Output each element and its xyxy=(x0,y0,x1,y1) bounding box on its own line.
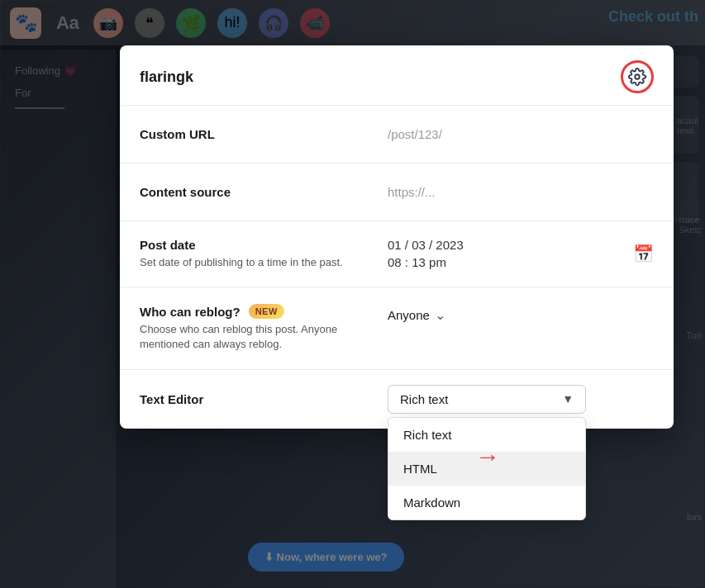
content-source-label: Content source xyxy=(140,185,388,199)
chevron-down-icon: ▼ xyxy=(562,392,574,405)
post-date-row: Post date Set date of publishing to a ti… xyxy=(120,221,674,287)
custom-url-value-section[interactable]: /post/123/ xyxy=(388,127,654,141)
post-date-label-section: Post date Set date of publishing to a ti… xyxy=(140,238,388,270)
post-date-label: Post date xyxy=(140,238,388,252)
content-source-value: https://... xyxy=(388,185,436,199)
post-date-value: 01 / 03 / 2023 xyxy=(388,238,464,252)
post-date-sublabel: Set date of publishing to a time in the … xyxy=(140,255,388,270)
gear-icon xyxy=(628,68,646,86)
modal-title: flaringk xyxy=(140,69,193,86)
reblog-label: Who can reblog? xyxy=(140,305,241,319)
who-can-reblog-row: Who can reblog? NEW Choose who can reblo… xyxy=(120,287,674,369)
dropdown-markdown[interactable]: Markdown xyxy=(388,486,585,519)
settings-modal: flaringk Custom URL /post/123/ Content s… xyxy=(120,45,674,429)
reblog-value: Anyone xyxy=(388,308,430,322)
post-time-value: 08 : 13 pm xyxy=(388,255,446,269)
date-row: 01 / 03 / 2023 xyxy=(388,238,464,252)
content-source-label-section: Content source xyxy=(140,185,388,199)
reblog-label-row: Who can reblog? NEW xyxy=(140,304,388,319)
editor-select-button[interactable]: Rich text ▼ xyxy=(388,385,586,414)
chevron-down-icon: ⌄ xyxy=(435,307,445,323)
custom-url-value: /post/123/ xyxy=(388,127,442,141)
content-source-row: Content source https://... xyxy=(120,164,674,221)
reblog-sublabel: Choose who can reblog this post. Anyonem… xyxy=(140,322,388,352)
custom-url-label: Custom URL xyxy=(140,127,388,141)
reblog-label-section: Who can reblog? NEW Choose who can reblo… xyxy=(140,304,388,352)
text-editor-label-section: Text Editor xyxy=(140,392,388,406)
reblog-value-section[interactable]: Anyone ⌄ xyxy=(388,304,654,326)
text-editor-row: Text Editor Rich text ▼ Rich text HTML M… xyxy=(120,370,674,429)
date-time-container: 01 / 03 / 2023 08 : 13 pm xyxy=(388,238,464,269)
editor-select-wrapper: Rich text ▼ Rich text HTML Markdown xyxy=(388,385,586,414)
modal-header: flaringk xyxy=(120,45,674,106)
text-editor-value-section: Rich text ▼ Rich text HTML Markdown xyxy=(388,385,654,414)
new-badge: NEW xyxy=(249,304,284,319)
arrow-icon: → xyxy=(475,443,500,471)
gear-button[interactable] xyxy=(621,60,654,93)
custom-url-label-section: Custom URL xyxy=(140,127,388,141)
arrow-container: → xyxy=(475,443,500,471)
calendar-icon[interactable]: 📅 xyxy=(633,244,654,263)
custom-url-row: Custom URL /post/123/ xyxy=(120,106,674,164)
text-editor-label: Text Editor xyxy=(140,392,388,406)
editor-selected-value: Rich text xyxy=(400,392,448,406)
svg-point-0 xyxy=(635,74,640,79)
post-date-value-section[interactable]: 01 / 03 / 2023 08 : 13 pm 📅 xyxy=(388,238,654,269)
reblog-dropdown[interactable]: Anyone ⌄ xyxy=(388,304,445,326)
time-row: 08 : 13 pm xyxy=(388,255,464,269)
content-source-value-section[interactable]: https://... xyxy=(388,185,654,199)
